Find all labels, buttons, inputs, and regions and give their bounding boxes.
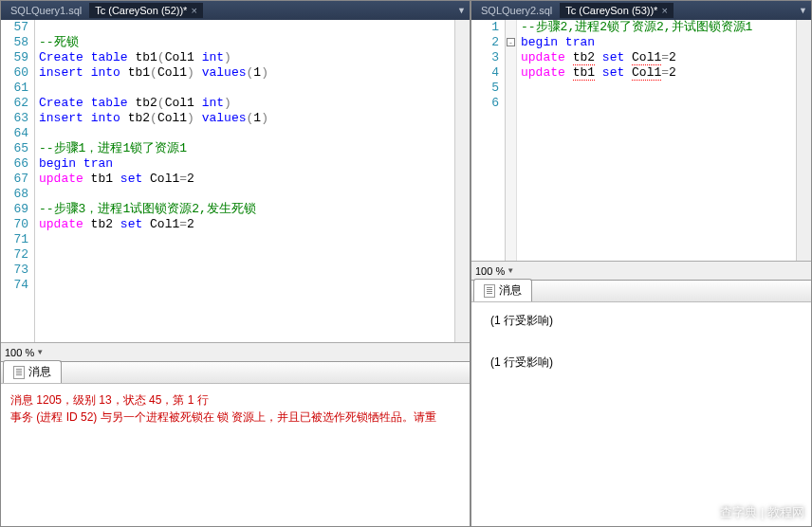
code-area[interactable]: --步骤2,进程2锁了资源2,并试图锁资源1begin tranupdate t… (517, 20, 796, 261)
line-number: 74 (5, 278, 28, 293)
line-number: 58 (5, 35, 28, 50)
code-line[interactable]: Create table tb1(Col1 int) (39, 50, 454, 65)
code-line[interactable] (521, 81, 796, 96)
code-line[interactable] (39, 263, 454, 278)
line-number: 2 (475, 35, 499, 50)
right-editor[interactable]: 123456 - --步骤2,进程2锁了资源2,并试图锁资源1begin tra… (471, 20, 811, 261)
line-number: 69 (5, 202, 28, 217)
code-area[interactable]: --死锁Create table tb1(Col1 int)insert int… (35, 20, 454, 342)
chevron-down-icon[interactable]: ▼ (507, 266, 514, 275)
close-icon[interactable]: × (191, 5, 196, 16)
vertical-scrollbar[interactable] (796, 20, 811, 261)
code-line[interactable] (39, 278, 454, 293)
left-tab-bar: SQLQuery1.sql Tc (CareySon (52))* × ▼ (1, 1, 470, 20)
right-messages-body[interactable]: (1 行受影响) (1 行受影响) (471, 302, 811, 526)
line-number: 72 (5, 247, 28, 263)
left-messages-tabbar: 消息 (1, 361, 470, 384)
code-line[interactable] (39, 187, 454, 202)
tab-overflow-icon[interactable]: ▼ (799, 6, 807, 15)
line-number: 6 (475, 96, 499, 111)
line-number: 71 (5, 232, 28, 247)
code-line[interactable]: Create table tb2(Col1 int) (39, 96, 454, 111)
tab-sqlquery1[interactable]: SQLQuery1.sql (5, 3, 87, 18)
code-line[interactable] (39, 81, 454, 96)
tab-careyson-52[interactable]: Tc (CareySon (52))* × (89, 3, 203, 18)
code-line[interactable]: --步骤2,进程2锁了资源2,并试图锁资源1 (521, 20, 796, 35)
fold-column[interactable]: - (506, 20, 517, 261)
result-message (481, 331, 802, 352)
code-line[interactable] (39, 20, 454, 35)
right-status-bar: 100 % ▼ (471, 261, 811, 280)
code-line[interactable]: --死锁 (39, 35, 454, 50)
line-number: 65 (5, 141, 28, 156)
line-number: 1 (475, 20, 499, 35)
error-message: 消息 1205，级别 13，状态 45，第 1 行 (10, 391, 460, 409)
line-number: 60 (5, 65, 28, 81)
code-line[interactable]: begin tran (39, 156, 454, 172)
code-line[interactable] (39, 247, 454, 263)
line-number: 57 (5, 20, 28, 35)
code-line[interactable] (39, 232, 454, 247)
line-number: 3 (475, 50, 499, 65)
messages-tab-label: 消息 (499, 282, 522, 299)
messages-tab[interactable]: 消息 (3, 360, 62, 383)
right-pane: SQLQuery2.sql Tc (CareySon (53))* × ▼ 12… (471, 0, 812, 527)
vertical-scrollbar[interactable] (454, 20, 470, 342)
error-message: 事务 (进程 ID 52) 与另一个进程被死锁在 锁 资源上，并且已被选作死锁牺… (10, 409, 460, 426)
line-number: 73 (5, 263, 28, 278)
result-message: (1 行受影响) (481, 310, 802, 331)
code-line[interactable]: insert into tb2(Col1) values(1) (39, 111, 454, 126)
line-number: 5 (475, 81, 499, 96)
code-line[interactable]: --步骤1，进程1锁了资源1 (39, 141, 454, 156)
tab-label: Tc (CareySon (52))* (95, 5, 187, 16)
code-line[interactable]: update tb2 set Col1=2 (521, 50, 796, 65)
code-line[interactable]: insert into tb1(Col1) values(1) (39, 65, 454, 81)
code-line[interactable] (521, 96, 796, 111)
fold-toggle-icon[interactable]: - (507, 38, 515, 46)
line-number: 70 (5, 217, 28, 232)
document-icon (484, 284, 495, 298)
code-line[interactable]: update tb1 set Col1=2 (521, 65, 796, 81)
zoom-control[interactable]: 100 % ▼ (5, 347, 44, 358)
line-number: 61 (5, 81, 28, 96)
left-pane: SQLQuery1.sql Tc (CareySon (52))* × ▼ 57… (0, 0, 471, 527)
line-number: 59 (5, 50, 28, 65)
line-number: 62 (5, 96, 28, 111)
line-number: 4 (475, 65, 499, 81)
line-number: 63 (5, 111, 28, 126)
tab-careyson-53[interactable]: Tc (CareySon (53))* × (560, 3, 674, 18)
chevron-down-icon[interactable]: ▼ (36, 348, 44, 356)
tab-label: SQLQuery2.sql (481, 5, 552, 16)
line-number: 66 (5, 156, 28, 172)
code-line[interactable]: begin tran (521, 35, 796, 50)
tab-label: Tc (CareySon (53))* (565, 5, 657, 16)
document-icon (13, 366, 25, 379)
line-number: 64 (5, 126, 28, 141)
zoom-value: 100 % (475, 265, 505, 277)
code-line[interactable] (39, 126, 454, 141)
code-line[interactable]: update tb2 set Col1=2 (39, 217, 454, 232)
zoom-control[interactable]: 100 % ▼ (475, 265, 514, 277)
tab-label: SQLQuery1.sql (10, 5, 82, 16)
tab-overflow-icon[interactable]: ▼ (457, 6, 466, 15)
line-number: 68 (5, 187, 28, 202)
messages-tab-label: 消息 (28, 364, 51, 380)
close-icon[interactable]: × (661, 5, 667, 16)
code-line[interactable]: update tb1 set Col1=2 (39, 172, 454, 187)
messages-tab[interactable]: 消息 (473, 279, 532, 301)
code-line[interactable]: --步骤3，进程1试图锁资源2,发生死锁 (39, 202, 454, 217)
result-message: (1 行受影响) (481, 352, 802, 373)
left-editor[interactable]: 575859606162636465666768697071727374 --死… (1, 20, 470, 342)
line-number: 67 (5, 172, 28, 187)
tab-sqlquery2[interactable]: SQLQuery2.sql (475, 3, 558, 18)
left-messages-body[interactable]: 消息 1205，级别 13，状态 45，第 1 行事务 (进程 ID 52) 与… (1, 384, 470, 526)
zoom-value: 100 % (5, 347, 34, 358)
right-messages-tabbar: 消息 (471, 280, 811, 302)
line-gutter: 575859606162636465666768697071727374 (1, 20, 35, 342)
line-gutter: 123456 (471, 20, 506, 261)
left-status-bar: 100 % ▼ (1, 342, 470, 361)
right-tab-bar: SQLQuery2.sql Tc (CareySon (53))* × ▼ (471, 1, 811, 20)
